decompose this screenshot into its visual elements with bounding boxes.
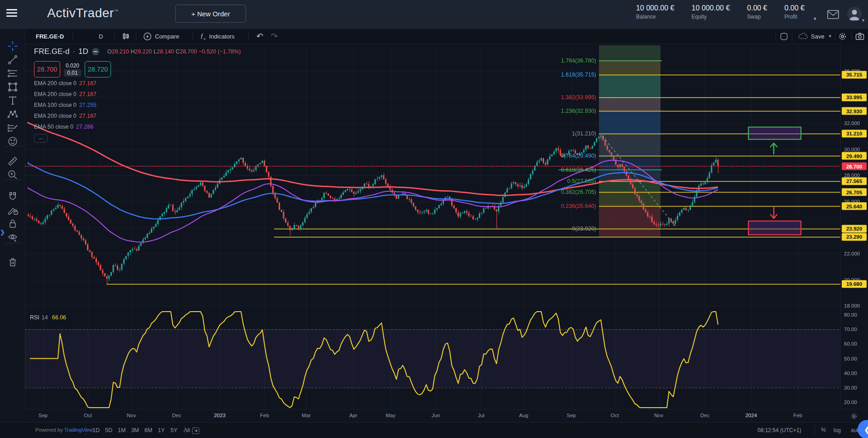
- chevron-down-icon[interactable]: ▼: [861, 18, 865, 23]
- range-button-1d[interactable]: 1D: [91, 424, 101, 436]
- interval-button[interactable]: D: [99, 29, 103, 43]
- stat-value: 10 000.00 €: [692, 4, 730, 12]
- change-readout: −0.520 (−1.78%): [198, 48, 241, 55]
- indicator-value: 27.167: [79, 113, 96, 119]
- time-tick-label: Nov: [127, 413, 136, 418]
- toolbar-separator: [776, 31, 776, 41]
- redo-button[interactable]: ↷: [271, 29, 278, 43]
- level-price-badge[interactable]: 27.565: [842, 177, 867, 185]
- fib-level-label: 1.382(33.995): [561, 94, 596, 101]
- time-tick-label: 2024: [745, 413, 757, 418]
- ask-button[interactable]: 28.720: [85, 61, 111, 77]
- range-button-1m[interactable]: 1M: [116, 424, 127, 436]
- level-price-badge[interactable]: 26.705: [842, 188, 867, 196]
- indicator-value: 27.167: [79, 91, 96, 97]
- indicators-button[interactable]: ƒxIndicators: [200, 29, 235, 43]
- symbol-search-button[interactable]: FRE.GE-D: [36, 29, 64, 43]
- indicator-row[interactable]: EMA 200 close 027.167: [34, 89, 241, 100]
- range-button-1y[interactable]: 1Y: [156, 424, 167, 436]
- indicator-row[interactable]: EMA 100 close 027.255: [34, 100, 241, 111]
- level-price-badge[interactable]: 35.715: [842, 71, 867, 78]
- axis-settings-gear-icon[interactable]: [850, 413, 858, 420]
- stat-value: 10 000.00 €: [636, 4, 675, 12]
- level-price-badge[interactable]: 29.490: [842, 152, 867, 160]
- drawing-lock-tool-icon[interactable]: [6, 204, 19, 217]
- price-axis[interactable]: 36.00032.00030.00028.00026.00022.00020.0…: [840, 43, 868, 409]
- ohlc-readout: O29.210 H29.220 L28.140 C28.700 −0.520 (…: [107, 48, 241, 55]
- undo-button[interactable]: ↶: [256, 29, 263, 43]
- symbol-title[interactable]: FRE.GE-d·1D O29.210 H29.220 L28.140 C28.…: [34, 47, 241, 56]
- indicator-name: EMA 100 close 0: [34, 102, 77, 108]
- candle-style-icon[interactable]: [121, 29, 130, 43]
- zoom-in-tool-icon[interactable]: [6, 168, 19, 181]
- hide-all-tool-icon[interactable]: [6, 231, 19, 244]
- fib-level-label: 0.5(27.565): [567, 178, 596, 184]
- save-layout-button[interactable]: Save▼: [797, 29, 832, 43]
- range-button-3m[interactable]: 3M: [129, 424, 140, 436]
- go-to-date-icon[interactable]: [191, 426, 200, 435]
- lock-all-tool-icon[interactable]: [6, 217, 19, 230]
- level-price-badge[interactable]: 32.930: [842, 107, 867, 115]
- chevron-down-icon[interactable]: ▼: [813, 16, 817, 21]
- range-button-6m[interactable]: 6M: [143, 424, 154, 436]
- rsi-tick-label: 60.00: [844, 341, 857, 347]
- collapse-circle-icon[interactable]: [92, 48, 100, 56]
- screenshot-camera-icon[interactable]: [855, 29, 864, 43]
- compare-button[interactable]: Compare: [143, 29, 179, 43]
- indicator-value: 27.286: [76, 124, 93, 130]
- percent-scale-button[interactable]: %: [821, 427, 826, 433]
- indicator-row[interactable]: EMA 50 close 027.286: [34, 121, 241, 132]
- indicator-row[interactable]: EMA 200 close 027.167: [34, 111, 241, 121]
- emoji-tool-icon[interactable]: [6, 135, 19, 148]
- range-button-all[interactable]: All: [181, 424, 192, 436]
- level-price-badge[interactable]: 25.640: [842, 202, 867, 210]
- magnet-tool-icon[interactable]: [6, 190, 19, 203]
- text-tool-icon[interactable]: [6, 94, 19, 107]
- ruler-tool-icon[interactable]: [6, 155, 19, 168]
- clock[interactable]: 08:12:54 (UTC+1): [757, 427, 801, 433]
- settings-gear-icon[interactable]: [838, 29, 847, 43]
- avatar[interactable]: [847, 7, 862, 21]
- price-tick-label: 32.000: [844, 120, 860, 126]
- crosshair-tool-icon[interactable]: [6, 40, 19, 53]
- current-price-badge[interactable]: 28.700: [842, 163, 867, 170]
- shapes-tool-icon[interactable]: [6, 81, 19, 93]
- new-order-button[interactable]: + New Order: [175, 5, 246, 23]
- level-price-badge[interactable]: 33.995: [842, 93, 867, 101]
- indicator-name: EMA 200 close 0: [34, 113, 77, 119]
- level-price-badge[interactable]: 19.680: [842, 280, 867, 288]
- tradingview-link[interactable]: TradingView: [64, 427, 93, 433]
- time-tick-label: Jul: [478, 413, 485, 418]
- indicator-row[interactable]: EMA 200 close 027.167: [34, 78, 241, 89]
- log-scale-button[interactable]: log: [834, 427, 841, 433]
- stat-value: 0.00 €: [747, 4, 767, 12]
- xabcd-pattern-tool-icon[interactable]: [6, 108, 19, 120]
- indicator-legend: EMA 200 close 027.167EMA 200 close 027.1…: [34, 78, 241, 132]
- trash-tool-icon[interactable]: [6, 256, 19, 269]
- fib-retracement-tool-icon[interactable]: [6, 67, 19, 80]
- account-stats: 10 000.00 €Balance10 000.00 €Equity0.00 …: [636, 4, 805, 20]
- chart-toolbar: FRE.GE-DDCompareƒxIndicators↶↷Save▼: [0, 29, 868, 44]
- layout-checkbox[interactable]: [780, 29, 788, 43]
- powered-by: Powered by TradingView: [35, 427, 93, 433]
- toolbar-separator: [4, 243, 22, 244]
- mail-icon[interactable]: [827, 10, 839, 19]
- bid-ask-widget: 28.700 0.020 0.01 28.720: [34, 61, 241, 78]
- range-button-5d[interactable]: 5D: [103, 424, 114, 436]
- account-stat: 0.00 €Swap: [747, 4, 767, 20]
- trend-line-tool-icon[interactable]: [6, 53, 19, 66]
- time-tick-label: Sep: [39, 413, 48, 418]
- level-price-badge[interactable]: 23.920: [842, 225, 867, 232]
- indicator-value: 27.255: [79, 102, 96, 108]
- toolbar-separator: [852, 31, 852, 41]
- bid-button[interactable]: 28.700: [34, 61, 60, 77]
- hamburger-menu-icon[interactable]: [6, 9, 18, 19]
- range-button-5y[interactable]: 5Y: [169, 424, 179, 436]
- level-price-badge[interactable]: 31.210: [842, 130, 867, 137]
- level-price-badge[interactable]: 23.290: [842, 233, 867, 241]
- forecast-tool-icon[interactable]: [6, 121, 19, 134]
- expand-panel-chevron-icon[interactable]: ❯: [0, 229, 5, 236]
- legend-collapse-button[interactable]: ︿: [34, 134, 48, 143]
- rsi-legend[interactable]: RSI1466.06: [30, 314, 66, 321]
- time-axis[interactable]: SepOctNovDec2023FebMarAprMayJunJulAugSep…: [25, 409, 840, 423]
